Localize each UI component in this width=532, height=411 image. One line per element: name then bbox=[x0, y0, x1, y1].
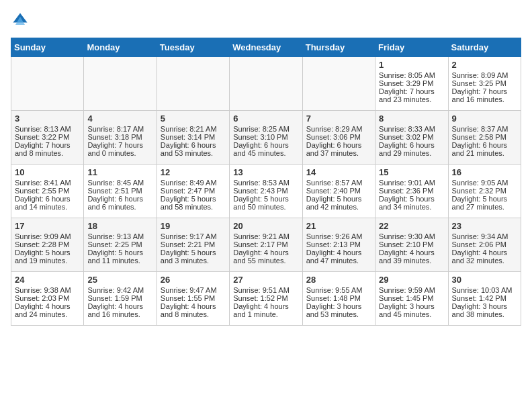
column-header-sunday: Sunday bbox=[11, 38, 84, 57]
cell-content: Sunrise: 9:55 AM bbox=[306, 286, 371, 294]
cell-content: and 1 minute. bbox=[233, 310, 298, 318]
day-number: 18 bbox=[87, 221, 152, 231]
cell-content: and 23 minutes. bbox=[379, 95, 444, 103]
day-number: 24 bbox=[15, 275, 80, 285]
cell-content: Daylight: 7 hours bbox=[15, 141, 80, 149]
day-number: 15 bbox=[379, 167, 444, 177]
cell-content: Sunrise: 9:13 AM bbox=[87, 232, 152, 240]
cell-content: and 39 minutes. bbox=[379, 257, 444, 265]
calendar-cell bbox=[302, 57, 375, 111]
day-number: 14 bbox=[306, 167, 371, 177]
logo-icon bbox=[11, 11, 30, 30]
day-number: 9 bbox=[452, 113, 517, 124]
day-number: 1 bbox=[379, 60, 444, 70]
cell-content: Sunset: 1:42 PM bbox=[452, 294, 517, 302]
column-header-saturday: Saturday bbox=[448, 38, 521, 57]
cell-content: Sunset: 1:52 PM bbox=[233, 294, 298, 302]
cell-content: Sunset: 3:06 PM bbox=[306, 133, 371, 141]
cell-content: Sunset: 2:58 PM bbox=[452, 133, 517, 141]
calendar-cell bbox=[84, 57, 157, 111]
cell-content: Sunset: 3:02 PM bbox=[379, 133, 444, 141]
cell-content: Sunrise: 9:21 AM bbox=[233, 232, 298, 240]
calendar-week-row: 1Sunrise: 8:05 AMSunset: 3:29 PMDaylight… bbox=[11, 57, 521, 111]
calendar-cell: 7Sunrise: 8:29 AMSunset: 3:06 PMDaylight… bbox=[302, 111, 375, 165]
cell-content: Daylight: 5 hours bbox=[161, 248, 226, 257]
cell-content: Daylight: 6 hours bbox=[87, 195, 152, 203]
cell-content: Sunrise: 8:13 AM bbox=[15, 125, 80, 133]
cell-content: Daylight: 5 hours bbox=[15, 248, 80, 257]
day-number: 28 bbox=[306, 275, 371, 285]
cell-content: Daylight: 4 hours bbox=[306, 248, 371, 257]
cell-content: and 58 minutes. bbox=[161, 203, 226, 211]
day-number: 7 bbox=[306, 113, 371, 124]
cell-content: Sunset: 2:32 PM bbox=[452, 187, 517, 195]
cell-content: Sunset: 2:13 PM bbox=[306, 240, 371, 248]
cell-content: and 11 minutes. bbox=[87, 257, 152, 265]
calendar-header-row: SundayMondayTuesdayWednesdayThursdayFrid… bbox=[11, 38, 521, 57]
cell-content: Sunrise: 8:33 AM bbox=[379, 125, 444, 133]
day-number: 22 bbox=[379, 221, 444, 231]
cell-content: Daylight: 5 hours bbox=[233, 195, 298, 203]
cell-content: Daylight: 4 hours bbox=[452, 248, 517, 257]
calendar-table: SundayMondayTuesdayWednesdayThursdayFrid… bbox=[11, 38, 521, 326]
calendar-week-row: 24Sunrise: 9:38 AMSunset: 2:03 PMDayligh… bbox=[11, 272, 521, 326]
cell-content: Daylight: 4 hours bbox=[15, 302, 80, 310]
cell-content: Sunrise: 9:34 AM bbox=[452, 232, 517, 240]
day-number: 5 bbox=[161, 113, 226, 124]
cell-content: Daylight: 7 hours bbox=[452, 87, 517, 95]
cell-content: Daylight: 3 hours bbox=[379, 302, 444, 310]
cell-content: Daylight: 5 hours bbox=[379, 195, 444, 203]
cell-content: Daylight: 4 hours bbox=[161, 302, 226, 310]
calendar-week-row: 10Sunrise: 8:41 AMSunset: 2:55 PMDayligh… bbox=[11, 165, 521, 218]
cell-content: Sunrise: 8:49 AM bbox=[161, 179, 226, 187]
cell-content: Sunset: 2:10 PM bbox=[379, 240, 444, 248]
cell-content: Daylight: 7 hours bbox=[379, 87, 444, 95]
cell-content: Sunrise: 8:41 AM bbox=[15, 179, 80, 187]
calendar-cell: 13Sunrise: 8:53 AMSunset: 2:43 PMDayligh… bbox=[230, 165, 302, 218]
cell-content: Sunset: 3:14 PM bbox=[161, 133, 226, 141]
cell-content: and 16 minutes. bbox=[87, 310, 152, 318]
cell-content: Sunset: 2:51 PM bbox=[87, 187, 152, 195]
cell-content: and 42 minutes. bbox=[306, 203, 371, 211]
day-number: 10 bbox=[15, 167, 80, 177]
day-number: 2 bbox=[452, 60, 517, 70]
cell-content: and 34 minutes. bbox=[379, 203, 444, 211]
calendar-cell: 10Sunrise: 8:41 AMSunset: 2:55 PMDayligh… bbox=[11, 165, 84, 218]
cell-content: Daylight: 6 hours bbox=[161, 141, 226, 149]
cell-content: Sunset: 1:48 PM bbox=[306, 294, 371, 302]
cell-content: Daylight: 5 hours bbox=[306, 195, 371, 203]
cell-content: Daylight: 3 hours bbox=[306, 302, 371, 310]
calendar-cell: 23Sunrise: 9:34 AMSunset: 2:06 PMDayligh… bbox=[448, 218, 521, 272]
cell-content: and 19 minutes. bbox=[15, 257, 80, 265]
cell-content: Sunrise: 8:17 AM bbox=[87, 125, 152, 133]
cell-content: Sunrise: 10:03 AM bbox=[452, 286, 517, 294]
cell-content: and 53 minutes. bbox=[161, 149, 226, 157]
cell-content: Sunset: 2:36 PM bbox=[379, 187, 444, 195]
cell-content: Sunset: 2:55 PM bbox=[15, 187, 80, 195]
cell-content: Sunrise: 8:09 AM bbox=[452, 71, 517, 79]
logo bbox=[11, 11, 32, 30]
cell-content: and 8 minutes. bbox=[15, 149, 80, 157]
cell-content: and 21 minutes. bbox=[452, 149, 517, 157]
cell-content: and 0 minutes. bbox=[87, 149, 152, 157]
cell-content: Sunrise: 9:30 AM bbox=[379, 232, 444, 240]
cell-content: Daylight: 6 hours bbox=[452, 141, 517, 149]
cell-content: and 6 minutes. bbox=[87, 203, 152, 211]
day-number: 13 bbox=[233, 167, 298, 177]
cell-content: Sunset: 2:06 PM bbox=[452, 240, 517, 248]
cell-content: Sunrise: 8:53 AM bbox=[233, 179, 298, 187]
cell-content: and 55 minutes. bbox=[233, 257, 298, 265]
cell-content: and 8 minutes. bbox=[161, 310, 226, 318]
cell-content: Daylight: 4 hours bbox=[233, 302, 298, 310]
cell-content: Sunrise: 8:37 AM bbox=[452, 125, 517, 133]
cell-content: Sunset: 2:03 PM bbox=[15, 294, 80, 302]
cell-content: Daylight: 4 hours bbox=[233, 248, 298, 257]
calendar-cell: 4Sunrise: 8:17 AMSunset: 3:18 PMDaylight… bbox=[84, 111, 157, 165]
cell-content: Sunrise: 8:57 AM bbox=[306, 179, 371, 187]
day-number: 12 bbox=[161, 167, 226, 177]
cell-content: Sunset: 1:59 PM bbox=[87, 294, 152, 302]
cell-content: Sunrise: 8:45 AM bbox=[87, 179, 152, 187]
cell-content: Sunrise: 9:09 AM bbox=[15, 232, 80, 240]
calendar-cell: 8Sunrise: 8:33 AMSunset: 3:02 PMDaylight… bbox=[375, 111, 448, 165]
day-number: 26 bbox=[161, 275, 226, 285]
